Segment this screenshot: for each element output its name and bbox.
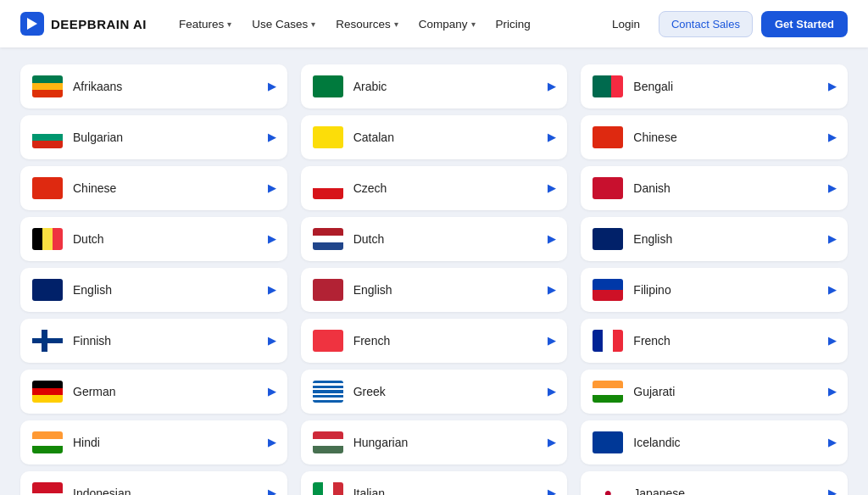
language-name: Chinese bbox=[633, 131, 818, 144]
login-button[interactable]: Login bbox=[602, 13, 650, 36]
language-card[interactable]: Chinese▶ bbox=[581, 115, 848, 159]
flag-icon bbox=[32, 177, 63, 199]
language-name: English bbox=[353, 283, 538, 297]
play-icon: ▶ bbox=[548, 386, 555, 398]
play-icon: ▶ bbox=[828, 487, 836, 495]
language-card[interactable]: Afrikaans▶ bbox=[20, 64, 287, 108]
language-card[interactable]: Hungarian▶ bbox=[301, 420, 568, 464]
flag-icon bbox=[593, 75, 623, 97]
language-grid: Afrikaans▶Arabic▶Bengali▶Bulgarian▶Catal… bbox=[20, 64, 848, 495]
play-icon: ▶ bbox=[548, 335, 555, 347]
flag-icon bbox=[313, 279, 343, 301]
language-name: Indonesian bbox=[73, 487, 258, 495]
language-name: Afrikaans bbox=[73, 80, 258, 93]
language-card[interactable]: English▶ bbox=[301, 268, 568, 312]
play-icon: ▶ bbox=[548, 81, 555, 92]
contact-sales-button[interactable]: Contact Sales bbox=[659, 11, 753, 37]
language-card[interactable]: Gujarati▶ bbox=[581, 370, 848, 414]
language-card[interactable]: Hindi▶ bbox=[20, 420, 287, 464]
flag-icon bbox=[313, 228, 343, 250]
flag-icon bbox=[32, 75, 63, 97]
language-card[interactable]: Japanese▶ bbox=[581, 471, 848, 495]
language-card[interactable]: Indonesian▶ bbox=[20, 471, 287, 495]
logo[interactable]: DEEPBRAIN AI bbox=[20, 12, 147, 36]
chevron-down-icon: ▾ bbox=[227, 19, 231, 29]
play-icon: ▶ bbox=[268, 233, 275, 245]
nav-features[interactable]: Features ▾ bbox=[170, 13, 240, 36]
flag-icon bbox=[32, 431, 63, 453]
flag-icon bbox=[32, 126, 63, 148]
language-card[interactable]: Filipino▶ bbox=[581, 268, 848, 312]
flag-icon bbox=[313, 126, 343, 148]
language-card[interactable]: Dutch▶ bbox=[20, 217, 287, 261]
language-name: German bbox=[73, 385, 258, 398]
play-icon: ▶ bbox=[548, 131, 555, 143]
flag-icon bbox=[593, 279, 623, 301]
language-name: Italian bbox=[353, 487, 538, 495]
play-icon: ▶ bbox=[828, 233, 836, 245]
play-icon: ▶ bbox=[828, 386, 836, 398]
language-card[interactable]: English▶ bbox=[581, 217, 848, 261]
language-card[interactable]: Dutch▶ bbox=[301, 217, 568, 261]
language-name: Gujarati bbox=[633, 385, 818, 398]
flag-icon bbox=[32, 381, 63, 403]
flag-icon bbox=[32, 228, 63, 250]
play-icon: ▶ bbox=[828, 81, 836, 92]
language-card[interactable]: French▶ bbox=[581, 319, 848, 363]
flag-icon bbox=[593, 177, 623, 199]
language-name: Dutch bbox=[73, 232, 258, 246]
chevron-down-icon: ▾ bbox=[471, 19, 476, 29]
play-icon: ▶ bbox=[268, 386, 275, 398]
language-card[interactable]: Arabic▶ bbox=[301, 64, 568, 108]
language-card[interactable]: Bengali▶ bbox=[581, 64, 848, 108]
language-name: Hungarian bbox=[353, 436, 538, 449]
nav-pricing[interactable]: Pricing bbox=[487, 13, 539, 36]
flag-icon bbox=[313, 177, 343, 199]
play-icon: ▶ bbox=[268, 335, 275, 347]
language-name: Greek bbox=[353, 385, 538, 398]
play-icon: ▶ bbox=[268, 182, 275, 194]
play-icon: ▶ bbox=[828, 131, 836, 143]
language-card[interactable]: Finnish▶ bbox=[20, 319, 287, 363]
play-icon: ▶ bbox=[828, 182, 836, 194]
language-name: Filipino bbox=[633, 283, 818, 297]
language-card[interactable]: Czech▶ bbox=[301, 166, 568, 210]
language-name: Icelandic bbox=[633, 436, 818, 449]
language-card[interactable]: Catalan▶ bbox=[301, 115, 568, 159]
nav-resources[interactable]: Resources ▾ bbox=[327, 13, 407, 36]
language-card[interactable]: Chinese▶ bbox=[20, 166, 287, 210]
play-icon: ▶ bbox=[548, 487, 555, 495]
play-icon: ▶ bbox=[268, 131, 275, 143]
logo-text: DEEPBRAIN AI bbox=[51, 17, 147, 31]
nav-actions: Login Contact Sales Get Started bbox=[602, 11, 848, 37]
language-name: Arabic bbox=[353, 80, 538, 93]
language-name: French bbox=[633, 334, 818, 348]
chevron-down-icon: ▾ bbox=[311, 19, 315, 29]
language-card[interactable]: German▶ bbox=[20, 370, 287, 414]
get-started-button[interactable]: Get Started bbox=[761, 11, 848, 37]
language-name: Danish bbox=[633, 181, 818, 195]
language-card[interactable]: French▶ bbox=[301, 319, 568, 363]
flag-icon bbox=[593, 126, 623, 148]
play-icon: ▶ bbox=[828, 284, 836, 296]
flag-icon bbox=[313, 330, 343, 352]
language-card[interactable]: Greek▶ bbox=[301, 370, 568, 414]
language-name: Japanese bbox=[633, 487, 818, 495]
nav-use-cases[interactable]: Use Cases ▾ bbox=[243, 13, 324, 36]
language-card[interactable]: English▶ bbox=[20, 268, 287, 312]
play-icon: ▶ bbox=[548, 284, 555, 296]
flag-icon bbox=[313, 381, 343, 403]
flag-icon bbox=[593, 228, 623, 250]
language-name: Dutch bbox=[353, 232, 538, 246]
play-icon: ▶ bbox=[268, 437, 275, 448]
language-card[interactable]: Italian▶ bbox=[301, 471, 568, 495]
language-name: Bulgarian bbox=[73, 131, 258, 144]
language-card[interactable]: Danish▶ bbox=[581, 166, 848, 210]
play-icon: ▶ bbox=[268, 284, 275, 296]
language-card[interactable]: Icelandic▶ bbox=[581, 420, 848, 464]
language-card[interactable]: Bulgarian▶ bbox=[20, 115, 287, 159]
nav-company[interactable]: Company ▾ bbox=[410, 13, 484, 36]
deepbrain-logo-icon bbox=[20, 12, 44, 36]
play-icon: ▶ bbox=[828, 437, 836, 448]
language-name: Bengali bbox=[633, 80, 818, 93]
